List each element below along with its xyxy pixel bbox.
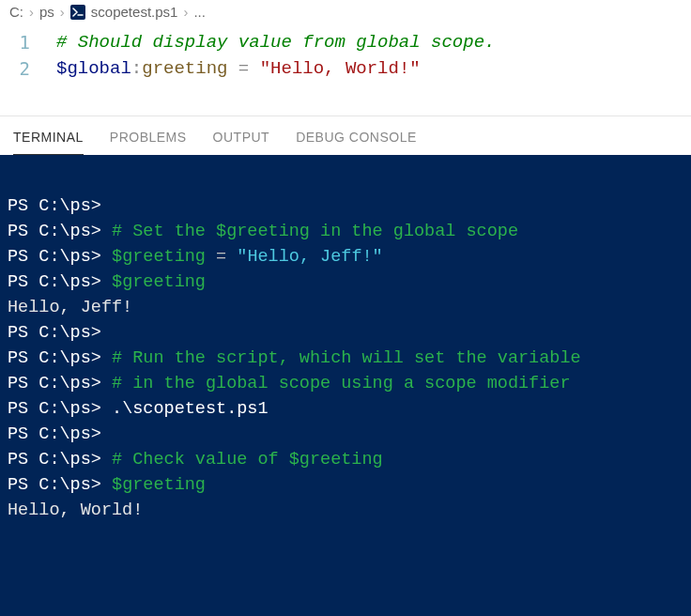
chevron-right-icon: › <box>29 4 34 20</box>
terminal-line: PS C:\ps> # Set the $greeting in the glo… <box>8 219 683 244</box>
terminal-line: PS C:\ps> <box>8 320 683 346</box>
breadcrumb: C: › ps › scopetest.ps1 › ... <box>0 0 691 23</box>
terminal-line: PS C:\ps> $greeting = "Hello, Jeff!" <box>8 244 683 270</box>
chevron-right-icon: › <box>183 4 188 20</box>
tab-terminal[interactable]: TERMINAL <box>13 124 84 155</box>
terminal-line: PS C:\ps> # in the global scope using a … <box>8 371 683 396</box>
terminal-panel[interactable]: PS C:\ps> PS C:\ps> # Set the $greeting … <box>0 155 691 616</box>
code-content[interactable]: $global:greeting = "Hello, World!" <box>56 55 421 82</box>
tab-problems[interactable]: PROBLEMS <box>110 124 187 155</box>
terminal-line: PS C:\ps> $greeting <box>8 270 683 295</box>
line-number: 2 <box>0 55 56 82</box>
code-editor[interactable]: 1# Should display value from global scop… <box>0 23 691 116</box>
terminal-line: PS C:\ps> $greeting <box>8 472 683 498</box>
editor-line[interactable]: 1# Should display value from global scop… <box>0 29 691 55</box>
terminal-line: PS C:\ps> # Check value of $greeting <box>8 447 683 472</box>
terminal-line: Hello, World! <box>8 498 683 523</box>
breadcrumb-seg[interactable]: ps <box>39 4 54 20</box>
line-number: 1 <box>0 29 56 55</box>
terminal-line <box>8 168 683 193</box>
breadcrumb-ellipsis[interactable]: ... <box>193 4 206 20</box>
breadcrumb-seg[interactable]: C: <box>9 4 23 20</box>
breadcrumb-file[interactable]: scopetest.ps1 <box>91 4 178 20</box>
powershell-icon <box>70 5 85 20</box>
terminal-line: Hello, Jeff! <box>8 295 683 320</box>
code-content[interactable]: # Should display value from global scope… <box>56 29 495 55</box>
tab-output[interactable]: OUTPUT <box>213 124 270 155</box>
chevron-right-icon: › <box>60 4 65 20</box>
terminal-line: PS C:\ps> <box>8 422 683 447</box>
terminal-line: PS C:\ps> # Run the script, which will s… <box>8 346 683 371</box>
terminal-line: PS C:\ps> .\scopetest.ps1 <box>8 396 683 422</box>
editor-line[interactable]: 2$global:greeting = "Hello, World!" <box>0 55 691 82</box>
terminal-line: PS C:\ps> <box>8 193 683 219</box>
panel-tabs: TERMINALPROBLEMSOUTPUTDEBUG CONSOLE <box>0 116 691 155</box>
tab-debug-console[interactable]: DEBUG CONSOLE <box>296 124 417 155</box>
